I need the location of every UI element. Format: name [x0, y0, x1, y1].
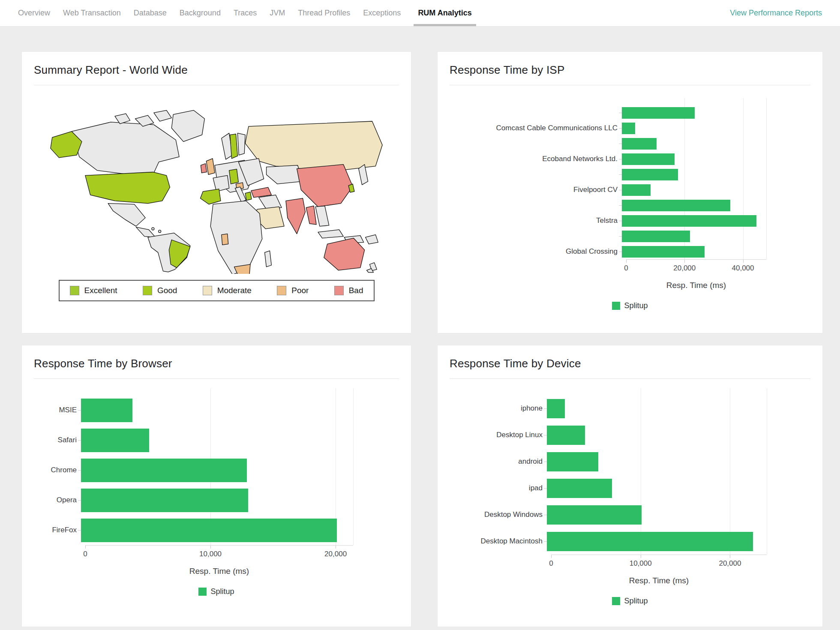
nav-tab-rum-analytics[interactable]: RUM Analytics — [414, 0, 476, 26]
map-region-china[interactable] — [297, 165, 353, 207]
map-region-se-asia[interactable] — [315, 206, 329, 226]
bar-firefox[interactable] — [81, 519, 337, 542]
nav-tab-exceptions[interactable]: Exceptions — [363, 0, 401, 26]
map-region-canada[interactable] — [72, 122, 179, 174]
bar-track — [622, 228, 762, 244]
map-region-mexico[interactable] — [108, 204, 145, 226]
category-tick — [78, 410, 81, 411]
bar-telstra[interactable] — [622, 215, 756, 227]
panel-title-rule — [450, 85, 810, 85]
bar-item[interactable] — [622, 200, 730, 211]
map-legend-item-bad: Bad — [334, 286, 363, 295]
bar-fivelpoort-cv[interactable] — [622, 184, 651, 196]
map-region-myanmar[interactable] — [306, 206, 316, 224]
panel-title: Summary Report - World Wide — [34, 52, 399, 85]
bar-track — [81, 395, 349, 425]
map-region-russia[interactable] — [245, 121, 382, 171]
nav-tab-background[interactable]: Background — [180, 0, 221, 26]
nav-tabs: OverviewWeb TransactionDatabaseBackgroun… — [18, 0, 476, 26]
bar-track — [622, 244, 762, 259]
bar-opera[interactable] — [81, 489, 248, 512]
map-region-africa[interactable] — [210, 201, 262, 274]
bar-iphone[interactable] — [547, 399, 565, 418]
category-tick — [544, 541, 547, 542]
x-axis — [85, 545, 353, 549]
map-region-australia[interactable] — [324, 238, 365, 270]
bar-item[interactable] — [622, 169, 678, 180]
tick-label-10-000: 10,000 — [630, 559, 652, 568]
nav-tab-overview[interactable]: Overview — [18, 0, 50, 26]
map-region-greenland[interactable] — [171, 110, 204, 141]
bar-desktop-macintosh[interactable] — [547, 532, 753, 551]
bar-row: MSIE — [34, 395, 399, 425]
map-legend-label: Good — [157, 286, 177, 295]
bar-msie[interactable] — [81, 399, 132, 422]
tick-label-40-000: 40,000 — [732, 264, 754, 273]
bar-ecoband-networks-ltd[interactable] — [622, 153, 675, 165]
category-label-chrome: Chrome — [34, 466, 81, 474]
category-label-ecoband-networks-ltd: Ecoband Networks Ltd. — [450, 155, 622, 163]
nav-tab-thread-profiles[interactable]: Thread Profiles — [298, 0, 350, 26]
x-axis-title: Resp. Time (ms) — [85, 567, 353, 576]
bar-comcast-cable-communications-llc[interactable] — [622, 123, 635, 134]
nav-tab-web-transaction[interactable]: Web Transaction — [63, 0, 121, 26]
bar-item[interactable] — [622, 231, 690, 242]
bar-global-crossing[interactable] — [622, 246, 705, 258]
bar-chrome[interactable] — [81, 459, 247, 482]
legend-swatch[interactable] — [198, 588, 207, 596]
map-region-papua[interactable] — [366, 235, 378, 244]
map-region-ireland[interactable] — [201, 164, 207, 173]
legend-swatch[interactable] — [612, 597, 620, 605]
axis-tick — [551, 555, 552, 558]
map-region-japan[interactable] — [359, 165, 368, 185]
bar-row — [450, 198, 810, 213]
category-tick — [619, 252, 622, 252]
map-region-uk[interactable] — [206, 159, 215, 175]
map-region-greece[interactable] — [245, 192, 252, 201]
map-region-iberia[interactable] — [200, 189, 220, 204]
map-region-ghana[interactable] — [222, 234, 228, 245]
map-island — [159, 230, 161, 233]
panel-response-time-by-isp: Response Time by ISP Comcast Cable Commu… — [437, 51, 823, 333]
map-region-canada-islands[interactable] — [154, 110, 171, 121]
category-tick — [619, 174, 622, 175]
bar-row: Desktop Macintosh — [450, 528, 810, 555]
view-performance-reports-link[interactable]: View Performance Reports — [730, 9, 822, 18]
bar-row: Global Crossing — [450, 244, 810, 259]
nav-tab-traces[interactable]: Traces — [234, 0, 257, 26]
map-region-india[interactable] — [286, 198, 305, 234]
map-region-finland[interactable] — [237, 133, 245, 155]
map-region-germany[interactable] — [229, 169, 239, 184]
category-tick — [78, 440, 81, 441]
bar-row: FireFox — [34, 515, 399, 545]
bar-desktop-linux[interactable] — [547, 426, 585, 445]
map-legend-item-moderate: Moderate — [203, 286, 252, 295]
bar-track — [547, 395, 762, 422]
map-legend-label: Bad — [349, 286, 363, 295]
x-axis-tick-labels: 020,00040,000 — [626, 264, 766, 274]
nav-tab-jvm[interactable]: JVM — [270, 0, 285, 26]
map-region-central-asia[interactable] — [267, 165, 303, 184]
category-tick — [544, 462, 547, 462]
bar-rows: Comcast Cable Communications LLCEcoband … — [450, 98, 810, 259]
map-region-madagascar[interactable] — [265, 251, 272, 267]
legend-swatch[interactable] — [612, 302, 620, 310]
bar-safari[interactable] — [81, 429, 149, 452]
map-region-usa[interactable] — [85, 172, 170, 203]
map-legend-label: Moderate — [217, 286, 252, 295]
bar-track — [547, 422, 762, 448]
x-axis-title: Resp. Time (ms) — [626, 281, 766, 290]
plot-area: MSIESafariChromeOperaFireFox — [34, 388, 399, 545]
map-region-indonesia[interactable] — [318, 230, 343, 238]
nav-tab-database[interactable]: Database — [134, 0, 167, 26]
bar-ipad[interactable] — [547, 479, 612, 498]
category-label-ipad: ipad — [450, 484, 547, 492]
bar-desktop-windows[interactable] — [547, 505, 642, 525]
bar-item[interactable] — [622, 138, 657, 150]
panel-title-rule — [34, 85, 399, 85]
bar-android[interactable] — [547, 452, 598, 471]
bar-item[interactable] — [622, 107, 695, 119]
category-tick — [544, 488, 547, 489]
plot-area: Comcast Cable Communications LLCEcoband … — [450, 98, 810, 259]
bar-track — [622, 182, 762, 198]
